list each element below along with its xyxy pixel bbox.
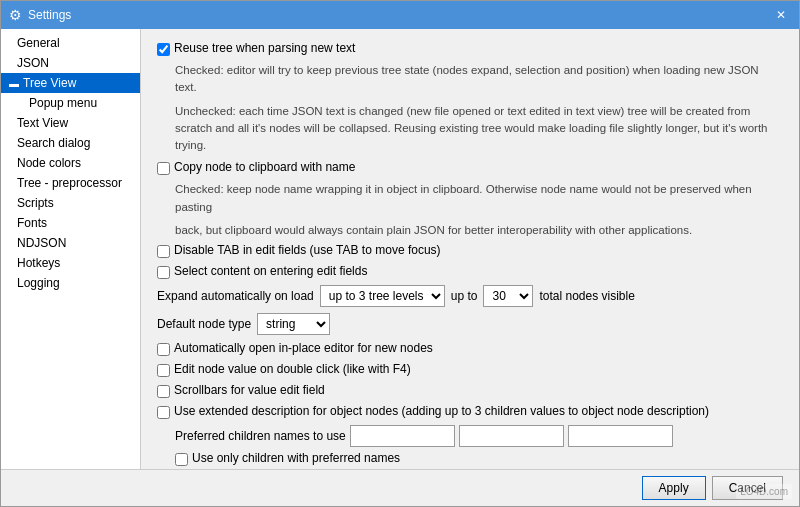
window-title: Settings — [28, 8, 71, 22]
reuse-tree-desc1: Checked: editor will try to keep previou… — [175, 62, 783, 97]
up-to-label: up to — [451, 289, 478, 303]
preferred-input-1[interactable] — [350, 425, 455, 447]
only-preferred-label[interactable]: Use only children with preferred names — [192, 451, 400, 465]
only-preferred-checkbox[interactable] — [175, 453, 188, 466]
apply-button[interactable]: Apply — [642, 476, 706, 500]
auto-open-row: Automatically open in-place editor for n… — [157, 341, 783, 356]
close-button[interactable]: ✕ — [771, 5, 791, 25]
only-preferred-row: Use only children with preferred names — [175, 451, 783, 466]
scrollbars-checkbox[interactable] — [157, 385, 170, 398]
sidebar-item-text-view[interactable]: Text View — [1, 113, 140, 133]
disable-tab-checkbox[interactable] — [157, 245, 170, 258]
total-label: total nodes visible — [539, 289, 634, 303]
copy-node-label[interactable]: Copy node to clipboard with name — [174, 160, 355, 174]
sidebar-item-tree-preprocessor[interactable]: Tree - preprocessor — [1, 173, 140, 193]
default-node-select[interactable]: string number boolean array object — [257, 313, 330, 335]
sidebar-item-tree-view[interactable]: ▬ Tree View — [1, 73, 140, 93]
nodes-select[interactable]: 30 10 20 50 100 — [483, 285, 533, 307]
settings-icon: ⚙ — [9, 7, 22, 23]
auto-open-checkbox[interactable] — [157, 343, 170, 356]
sidebar-item-json[interactable]: JSON — [1, 53, 140, 73]
preferred-input-3[interactable] — [568, 425, 673, 447]
main-content: Reuse tree when parsing new text Checked… — [141, 29, 799, 469]
watermark: LO4D.com — [736, 484, 792, 499]
copy-node-desc2: back, but clipboard would always contain… — [175, 222, 783, 239]
preferred-children-row: Preferred children names to use — [175, 425, 783, 447]
select-content-checkbox[interactable] — [157, 266, 170, 279]
sidebar-item-hotkeys[interactable]: Hotkeys — [1, 253, 140, 273]
reuse-tree-label[interactable]: Reuse tree when parsing new text — [174, 41, 355, 55]
expand-auto-label: Expand automatically on load — [157, 289, 314, 303]
extended-desc-label[interactable]: Use extended description for object node… — [174, 404, 709, 418]
bottom-bar: Apply Cancel — [1, 469, 799, 506]
sidebar-item-logging[interactable]: Logging — [1, 273, 140, 293]
scrollbars-row: Scrollbars for value edit field — [157, 383, 783, 398]
disable-tab-label[interactable]: Disable TAB in edit fields (use TAB to m… — [174, 243, 441, 257]
default-node-row: Default node type string number boolean … — [157, 313, 783, 335]
preferred-input-2[interactable] — [459, 425, 564, 447]
edit-dbl-label[interactable]: Edit node value on double click (like wi… — [174, 362, 411, 376]
sidebar-item-popup-menu[interactable]: Popup menu — [1, 93, 140, 113]
sidebar-item-scripts[interactable]: Scripts — [1, 193, 140, 213]
extended-desc-row: Use extended description for object node… — [157, 404, 783, 419]
copy-node-checkbox[interactable] — [157, 162, 170, 175]
expand-icon: ▬ — [9, 78, 19, 89]
reuse-tree-row: Reuse tree when parsing new text — [157, 41, 783, 56]
expand-auto-row: Expand automatically on load up to 3 tre… — [157, 285, 783, 307]
copy-node-row: Copy node to clipboard with name — [157, 160, 783, 175]
sidebar-item-ndjson[interactable]: NDJSON — [1, 233, 140, 253]
title-bar: ⚙ Settings ✕ — [1, 1, 799, 29]
sidebar-item-search-dialog[interactable]: Search dialog — [1, 133, 140, 153]
sidebar-item-fonts[interactable]: Fonts — [1, 213, 140, 233]
sidebar-item-general[interactable]: General — [1, 33, 140, 53]
select-content-row: Select content on entering edit fields — [157, 264, 783, 279]
preferred-children-label: Preferred children names to use — [175, 429, 346, 443]
reuse-tree-desc2: Unchecked: each time JSON text is change… — [175, 103, 783, 155]
extended-desc-checkbox[interactable] — [157, 406, 170, 419]
expand-auto-select[interactable]: up to 3 tree levels up to 1 tree level u… — [320, 285, 445, 307]
copy-node-desc1: Checked: keep node name wrapping it in o… — [175, 181, 783, 216]
reuse-tree-checkbox[interactable] — [157, 43, 170, 56]
edit-double-click-row: Edit node value on double click (like wi… — [157, 362, 783, 377]
edit-dbl-checkbox[interactable] — [157, 364, 170, 377]
default-node-label: Default node type — [157, 317, 251, 331]
disable-tab-row: Disable TAB in edit fields (use TAB to m… — [157, 243, 783, 258]
sidebar: General JSON ▬ Tree View Popup menu Text… — [1, 29, 141, 469]
sidebar-item-node-colors[interactable]: Node colors — [1, 153, 140, 173]
scrollbars-label[interactable]: Scrollbars for value edit field — [174, 383, 325, 397]
auto-open-label[interactable]: Automatically open in-place editor for n… — [174, 341, 433, 355]
select-content-label[interactable]: Select content on entering edit fields — [174, 264, 367, 278]
